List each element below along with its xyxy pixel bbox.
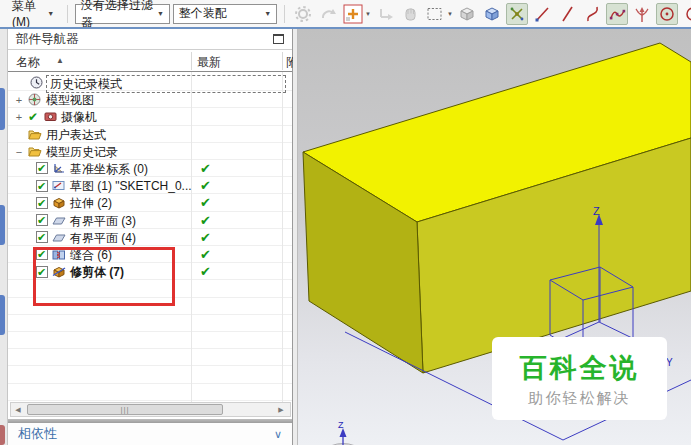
- check-icon: ✔: [37, 160, 46, 176]
- triad-z-label: Z: [338, 420, 344, 430]
- tree-row-trim-body[interactable]: ✔ 修剪体 (7) ✔: [8, 263, 292, 280]
- scroll-left-icon[interactable]: ◀: [11, 406, 25, 414]
- up-to-date-check-icon: ✔: [200, 195, 211, 211]
- selection-scope-value: 整个装配: [179, 5, 227, 22]
- graphics-viewport[interactable]: Z Y Z 百科全说 助你轻松解决: [293, 29, 691, 445]
- resource-icon-sliver: [0, 295, 5, 335]
- tree-row-label: 拉伸 (2): [70, 195, 112, 211]
- up-to-date-check-icon: ✔: [200, 247, 211, 263]
- panel-viewport-splitter[interactable]: [293, 29, 298, 445]
- z-axis-label: Z: [593, 205, 600, 217]
- tree-row-label: 缝合 (6): [70, 247, 112, 263]
- feature-checkbox[interactable]: ✔: [36, 214, 48, 226]
- menu-label: 菜单(M): [12, 0, 43, 29]
- chevron-down-icon: ∨: [274, 428, 282, 441]
- chevron-down-icon[interactable]: ▼: [365, 11, 371, 17]
- column-up-to-date[interactable]: 最新: [197, 54, 221, 71]
- cube-shaded-icon[interactable]: [481, 3, 503, 25]
- watermark-subtitle: 助你轻松解决: [529, 389, 631, 408]
- tree-row-extrude[interactable]: ✔ 拉伸 (2) ✔: [8, 194, 292, 211]
- selection-filter-value: 没有选择过滤器: [81, 0, 157, 31]
- tree-row-sketch[interactable]: ✔ 草图 (1) "SKETCH_0... ✔: [8, 177, 292, 194]
- tree-row-bounded-plane[interactable]: ✔ 有界平面 (3) ✔: [8, 212, 292, 229]
- dependencies-label: 相依性: [18, 425, 57, 443]
- tree-row-cameras[interactable]: + ✔ 摄像机: [8, 108, 292, 125]
- column-divider: [282, 52, 283, 70]
- tree-row-label: 修剪体 (7): [70, 264, 124, 280]
- dependencies-section-header[interactable]: 相依性 ∨: [8, 423, 292, 445]
- feature-checkbox[interactable]: ✔: [36, 162, 48, 174]
- resource-icon-sliver: [0, 88, 5, 130]
- watermark-title: 百科全说: [520, 350, 640, 386]
- scroll-right-icon[interactable]: ▶: [274, 406, 288, 414]
- tree-row-model-history[interactable]: − 模型历史记录: [8, 143, 292, 160]
- tree-row-model-views[interactable]: + 模型视图: [8, 91, 292, 108]
- expand-icon[interactable]: +: [14, 109, 24, 125]
- up-to-date-check-icon: ✔: [200, 161, 211, 177]
- feature-checkbox[interactable]: ✔: [36, 197, 48, 209]
- y-axis-label: Y: [666, 357, 673, 368]
- column-name[interactable]: 名称: [16, 54, 40, 71]
- tree-row-label: 用户表达式: [46, 127, 106, 143]
- float-panel-icon[interactable]: [273, 34, 284, 44]
- up-to-date-check-icon: ✔: [200, 178, 211, 194]
- feature-tree: 历史记录模式 + 模型视图 + ✔ 摄像机 用户表达式 −: [8, 72, 292, 402]
- feature-checkbox[interactable]: ✔: [36, 266, 48, 278]
- redo-arrow-icon[interactable]: [317, 3, 339, 25]
- chevron-down-icon[interactable]: ▼: [447, 11, 453, 17]
- sort-ascending-icon[interactable]: ▲: [56, 56, 64, 65]
- tree-row-datum-csys[interactable]: ✔ 基准坐标系 (0) ✔: [8, 160, 292, 177]
- arc-icon[interactable]: [581, 3, 603, 25]
- chevron-down-icon: ▼: [157, 10, 164, 17]
- resource-bar-strip[interactable]: [0, 29, 8, 445]
- add-to-selection-icon[interactable]: [342, 3, 364, 25]
- scrollbar-thumb[interactable]: |||: [27, 404, 223, 415]
- up-to-date-check-icon: ✔: [200, 213, 211, 229]
- tree-row-sew[interactable]: ✔ 缝合 (6) ✔: [8, 246, 292, 263]
- check-icon: ✔: [28, 109, 38, 125]
- chevron-down-icon: ▼: [264, 10, 271, 17]
- datum-axis-icon[interactable]: [631, 3, 653, 25]
- check-icon: ✔: [37, 229, 46, 245]
- line-2-icon[interactable]: [556, 3, 578, 25]
- feature-checkbox[interactable]: ✔: [36, 248, 48, 260]
- up-to-date-check-icon: ✔: [200, 264, 211, 280]
- up-to-date-check-icon: ✔: [200, 230, 211, 246]
- toolbar-separator: [67, 5, 68, 23]
- snap-point-icon[interactable]: [506, 3, 528, 25]
- swap-arrow-icon[interactable]: [374, 3, 396, 25]
- arc-partial-icon[interactable]: [681, 3, 691, 25]
- tree-row-label: 有界平面 (4): [70, 230, 136, 246]
- selection-filter-combo[interactable]: 没有选择过滤器 ▼: [75, 4, 170, 24]
- tree-row-label: 摄像机: [61, 109, 97, 125]
- resource-icon-sliver: [0, 425, 5, 445]
- feature-checkbox[interactable]: ✔: [36, 180, 48, 192]
- cube-gray-icon[interactable]: [456, 3, 478, 25]
- studio-spline-icon[interactable]: [606, 3, 628, 25]
- watermark: 百科全说 助你轻松解决: [492, 337, 667, 420]
- tree-row-bounded-plane[interactable]: ✔ 有界平面 (4) ✔: [8, 229, 292, 246]
- expand-icon[interactable]: +: [14, 92, 24, 108]
- tree-row-history-mode[interactable]: 历史记录模式: [8, 74, 292, 91]
- selection-scope-combo[interactable]: 整个装配 ▼: [173, 4, 277, 24]
- tree-row-label: 模型历史记录: [46, 144, 118, 160]
- line-icon[interactable]: [531, 3, 553, 25]
- gear-icon[interactable]: [292, 3, 314, 25]
- horizontal-scrollbar[interactable]: ◀ ||| ▶: [10, 402, 291, 417]
- feature-checkbox[interactable]: ✔: [36, 231, 48, 243]
- marquee-select-icon[interactable]: [424, 3, 446, 25]
- panel-title: 部件导航器: [16, 31, 79, 48]
- check-icon: ✔: [37, 264, 46, 280]
- top-toolbar: 菜单(M) ▼ 没有选择过滤器 ▼ 整个装配 ▼ ▼ ▼: [0, 0, 691, 27]
- collapse-icon[interactable]: −: [14, 144, 24, 160]
- resource-icon-sliver: [0, 205, 5, 245]
- chevron-down-icon: ▼: [47, 10, 54, 17]
- tree-row-user-expressions[interactable]: 用户表达式: [8, 126, 292, 143]
- part-navigator-panel: 部件导航器 名称 ▲ 最新 附 历史记录模式 + 模型视图 + ✔: [8, 29, 293, 445]
- check-icon: ✔: [37, 195, 46, 211]
- tree-row-label: 有界平面 (3): [70, 213, 136, 229]
- pan-hand-icon[interactable]: [399, 3, 421, 25]
- check-icon: ✔: [37, 246, 46, 262]
- circle-icon[interactable]: [656, 3, 678, 25]
- view-triad: Z: [328, 420, 358, 445]
